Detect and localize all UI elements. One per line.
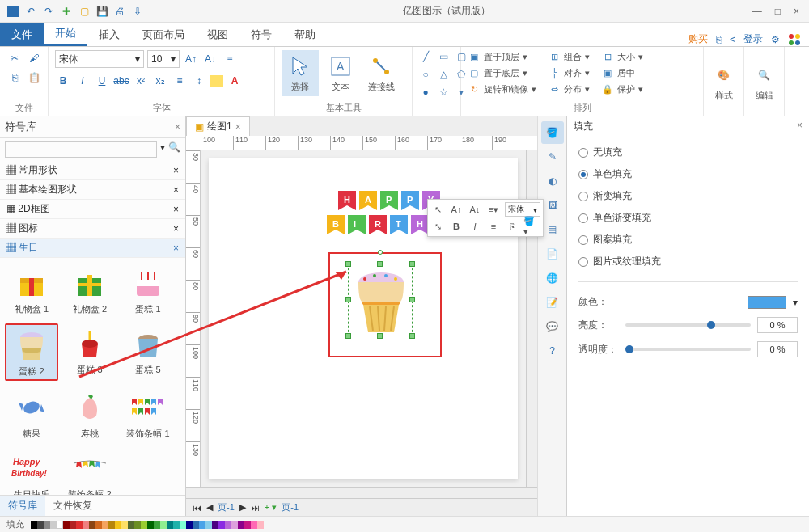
doc-tab-1[interactable]: ▣绘图1×: [186, 116, 250, 136]
bold-button[interactable]: B: [55, 73, 71, 89]
rotate-button[interactable]: ↻旋转和镜像▾: [468, 82, 536, 95]
star-shape-icon[interactable]: ☆: [437, 86, 450, 99]
ft-connector-icon[interactable]: ⤡: [430, 219, 445, 234]
fill-option-solid[interactable]: 单色填充: [578, 167, 798, 181]
ts-comment-icon[interactable]: 💬: [541, 315, 564, 338]
page-tab-1[interactable]: 页-1: [218, 501, 235, 513]
fill-option-none[interactable]: 无填充: [578, 146, 798, 159]
last-page-icon[interactable]: ⏭: [251, 503, 260, 513]
subscript-button[interactable]: x₂: [152, 73, 168, 89]
font-color-icon[interactable]: A: [227, 73, 243, 89]
ft-cursor-icon[interactable]: ↖: [430, 202, 445, 217]
rect-shape-icon[interactable]: ▭: [437, 50, 450, 63]
color-palette[interactable]: [31, 521, 264, 529]
ft-font-select[interactable]: 宋体▾: [505, 202, 540, 217]
tab-view[interactable]: 视图: [196, 23, 239, 46]
cut-icon[interactable]: ✂: [6, 50, 23, 66]
category-2d[interactable]: ▦ 2D框图×: [0, 200, 185, 219]
fill-option-gradient[interactable]: 渐变填充: [578, 189, 798, 203]
maximize-button[interactable]: □: [775, 6, 781, 17]
opacity-slider[interactable]: [625, 348, 751, 351]
buy-link[interactable]: 购买: [688, 32, 708, 46]
next-page-icon[interactable]: ▶: [239, 502, 246, 513]
tool-connector[interactable]: 连接线: [362, 50, 400, 96]
font-size-select[interactable]: 10▾: [147, 50, 180, 68]
open-icon[interactable]: ▢: [78, 5, 91, 18]
brightness-slider[interactable]: [625, 323, 751, 327]
tab-help[interactable]: 帮助: [283, 23, 327, 46]
tab-start[interactable]: 开始: [44, 21, 87, 46]
group-button[interactable]: ⊞组合▾: [548, 50, 590, 63]
fill-option-pattern[interactable]: 图案填充: [578, 233, 798, 247]
distribute-button[interactable]: ⇔分布▾: [548, 82, 590, 95]
search-icon[interactable]: 🔍: [168, 141, 180, 158]
login-link[interactable]: 登录: [743, 32, 763, 46]
ts-globe-icon[interactable]: 🌐: [541, 267, 564, 289]
shape-gift1[interactable]: 礼物盒 1: [5, 263, 58, 317]
symbol-search-input[interactable]: [5, 141, 157, 158]
align-para-icon[interactable]: ≡: [222, 51, 238, 67]
canvas[interactable]: H A P P Y B I R T H: [209, 158, 518, 479]
format-painter-icon[interactable]: 🖌: [26, 50, 42, 66]
close-icon[interactable]: ×: [175, 121, 180, 133]
category-basic[interactable]: ▦ 基本绘图形状×: [0, 180, 185, 200]
share-icon[interactable]: <: [730, 34, 735, 45]
ft-italic[interactable]: I: [468, 219, 482, 234]
send-back-button[interactable]: ▢置于底层▾: [468, 66, 536, 79]
tab-layout[interactable]: 页面布局: [131, 23, 196, 46]
feedback-icon[interactable]: ⎘: [716, 34, 722, 45]
ft-increase-font[interactable]: A↑: [449, 202, 464, 217]
rotate-handle[interactable]: [378, 250, 383, 255]
color-swatch[interactable]: [748, 296, 786, 309]
font-family-select[interactable]: 宋体▾: [55, 50, 144, 68]
page-tab-dup[interactable]: 页-1: [282, 501, 299, 513]
shape-cake2[interactable]: 蛋糕 2: [5, 323, 58, 381]
ts-fill-icon[interactable]: 🪣: [541, 121, 564, 144]
shape-candy[interactable]: 糖果: [5, 387, 58, 441]
prev-page-icon[interactable]: ◀: [206, 502, 213, 513]
strike-button[interactable]: abc: [113, 73, 129, 89]
scrollbar-horizontal[interactable]: [186, 487, 537, 498]
tab-symbol-lib[interactable]: 符号库: [0, 496, 45, 516]
shape-cake5[interactable]: 蛋糕 5: [121, 323, 175, 381]
italic-button[interactable]: I: [74, 73, 91, 89]
circle-fill-icon[interactable]: ●: [419, 86, 432, 99]
ts-layer-icon[interactable]: ▤: [541, 218, 564, 241]
increase-font-icon[interactable]: A↑: [183, 51, 199, 67]
shape-cake3[interactable]: 蛋糕 3: [63, 323, 116, 381]
cupcake-shape[interactable]: [349, 264, 413, 337]
paste-icon[interactable]: 📋: [26, 70, 42, 86]
ellipse-shape-icon[interactable]: ○: [419, 68, 432, 81]
ts-notes-icon[interactable]: 📝: [541, 291, 564, 314]
line-spacing-icon[interactable]: ↕: [191, 73, 207, 89]
copy-icon[interactable]: ⎘: [6, 70, 23, 86]
triangle-shape-icon[interactable]: △: [437, 68, 450, 81]
shape-happy-birthday[interactable]: HappyBirthday!生日快乐: [5, 448, 58, 495]
edit-button[interactable]: 🔍编辑: [750, 59, 779, 105]
minimize-button[interactable]: —: [752, 6, 762, 17]
cupcake-selection[interactable]: [348, 264, 413, 336]
ts-page-icon[interactable]: 📄: [541, 243, 564, 265]
superscript-button[interactable]: x²: [133, 73, 149, 89]
shape-banner1[interactable]: 装饰条幅 1: [121, 387, 175, 441]
decrease-font-icon[interactable]: A↓: [202, 51, 218, 67]
close-button[interactable]: ×: [794, 6, 799, 17]
protect-button[interactable]: 🔒保护▾: [601, 82, 643, 95]
tool-select[interactable]: 选择: [282, 50, 319, 96]
ts-line-icon[interactable]: ✎: [541, 146, 564, 168]
ft-copy[interactable]: ⎘: [505, 219, 519, 234]
print-icon[interactable]: 🖨: [113, 5, 126, 18]
ts-help-icon[interactable]: ?: [541, 340, 564, 362]
ft-decrease-font[interactable]: A↓: [468, 202, 482, 217]
style-button[interactable]: 🎨样式: [709, 59, 739, 105]
category-birthday[interactable]: ▦ 生日×: [0, 239, 185, 258]
ft-align[interactable]: ≡▾: [486, 202, 501, 217]
logo-icon[interactable]: [788, 33, 801, 46]
underline-button[interactable]: U: [94, 73, 110, 89]
bring-front-button[interactable]: ▣置于顶层▾: [468, 50, 536, 63]
fill-option-texture[interactable]: 图片或纹理填充: [578, 255, 798, 268]
tab-insert[interactable]: 插入: [87, 23, 131, 46]
shape-peach[interactable]: 寿桃: [63, 387, 116, 441]
save-icon[interactable]: 💾: [95, 5, 108, 18]
close-icon[interactable]: ×: [797, 120, 803, 133]
